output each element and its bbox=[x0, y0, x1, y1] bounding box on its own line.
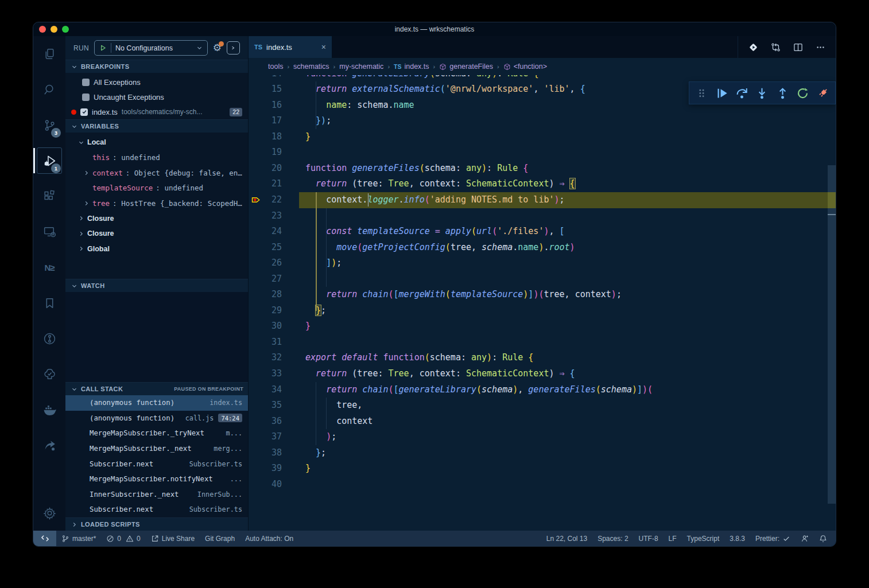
breakpoints-section-header[interactable]: BREAKPOINTS bbox=[65, 60, 248, 73]
breadcrumb-item[interactable]: my-schematic bbox=[339, 63, 383, 71]
breakpoint-row[interactable]: All Exceptions bbox=[65, 75, 248, 89]
breadcrumb-item[interactable]: TSindex.ts bbox=[394, 63, 429, 71]
activity-bar-item-docker[interactable] bbox=[33, 392, 65, 427]
call-stack-frame[interactable]: MergeMapSubscriber._next merg... bbox=[65, 441, 248, 457]
step-out-button[interactable] bbox=[774, 84, 791, 102]
run-or-debug-icon[interactable] bbox=[748, 42, 758, 52]
breakpoint-row[interactable]: index.tstools/schematics/my-sch...22 bbox=[65, 104, 248, 119]
variable-row[interactable]: this: undefined bbox=[65, 150, 248, 166]
loaded-scripts-section-header[interactable]: LOADED SCRIPTS bbox=[65, 517, 248, 531]
debug-current-line-breakpoint-icon[interactable] bbox=[249, 192, 263, 208]
breadcrumb-item[interactable]: <function> bbox=[503, 63, 547, 71]
code-line[interactable]: 38 }; bbox=[249, 445, 836, 461]
scrollbar-slider[interactable] bbox=[828, 165, 836, 504]
code-line[interactable]: 39} bbox=[249, 461, 836, 477]
status-problems[interactable]: 00 bbox=[101, 535, 145, 543]
status-language-mode[interactable]: TypeScript bbox=[682, 535, 725, 543]
breakpoint-row[interactable]: Uncaught Exceptions bbox=[65, 89, 248, 104]
code-line[interactable]: 40 bbox=[249, 477, 836, 493]
checkbox[interactable] bbox=[82, 94, 90, 101]
code-editor[interactable]: tools›schematics›my-schematic›TSindex.ts… bbox=[249, 58, 836, 531]
activity-bar-item-bookmarks[interactable] bbox=[33, 285, 65, 321]
gripper-button[interactable] bbox=[693, 84, 710, 102]
more-actions-icon[interactable] bbox=[816, 42, 825, 52]
activity-bar-item-live-share[interactable] bbox=[33, 427, 65, 463]
activity-bar-item-search[interactable] bbox=[33, 72, 65, 107]
code-line[interactable]: 28 return chain([mergeWith(templateSourc… bbox=[249, 287, 836, 303]
breadcrumb-item[interactable]: generateFiles bbox=[439, 63, 493, 71]
activity-bar-item-run-debug[interactable]: 1 bbox=[33, 143, 65, 178]
code-line[interactable]: 35 tree, bbox=[249, 398, 836, 414]
status-git-graph[interactable]: Git Graph bbox=[200, 535, 240, 543]
variable-row[interactable]: Closure bbox=[65, 211, 248, 227]
breadcrumb-item[interactable]: schematics bbox=[293, 63, 329, 71]
code-line[interactable]: 25 move(getProjectConfig(tree, schema.na… bbox=[249, 240, 836, 256]
step-into-button[interactable] bbox=[754, 84, 771, 102]
code-line[interactable]: 33 return (tree: Tree, context: Schemati… bbox=[249, 366, 836, 382]
code-line[interactable]: 19 bbox=[249, 145, 836, 161]
variable-row[interactable]: Local bbox=[65, 135, 248, 150]
status-live-share[interactable]: Live Share bbox=[146, 535, 200, 543]
code-line[interactable]: 36 context bbox=[249, 414, 836, 430]
step-over-button[interactable] bbox=[734, 84, 751, 102]
call-stack-frame[interactable]: MergeMapSubscriber._tryNext m... bbox=[65, 426, 248, 441]
launch-configuration-dropdown[interactable]: No Configurations bbox=[94, 40, 208, 56]
code-line[interactable]: 30} bbox=[249, 318, 836, 334]
checkbox[interactable] bbox=[80, 108, 88, 116]
continue-button[interactable] bbox=[713, 84, 730, 102]
code-line[interactable]: 27 bbox=[249, 271, 836, 287]
activity-bar-item-gitlens[interactable] bbox=[33, 321, 65, 356]
code-line[interactable]: 20function generateFiles(schema: any): R… bbox=[249, 161, 836, 177]
status-prettier[interactable]: Prettier: bbox=[750, 535, 796, 543]
code-line[interactable]: 23 bbox=[249, 208, 836, 224]
activity-bar-item-explorer[interactable] bbox=[33, 36, 65, 72]
call-stack-section-header[interactable]: CALL STACK PAUSED ON BREAKPOINT bbox=[65, 382, 248, 395]
breadcrumb[interactable]: tools›schematics›my-schematic›TSindex.ts… bbox=[249, 58, 836, 75]
checkbox[interactable] bbox=[82, 79, 90, 86]
status-indentation[interactable]: Spaces: 2 bbox=[592, 535, 633, 543]
status-auto-attach[interactable]: Auto Attach: On bbox=[240, 535, 298, 543]
variable-row[interactable]: context: Object {debug: false, en… bbox=[65, 165, 248, 181]
status-encoding[interactable]: UTF-8 bbox=[634, 535, 664, 543]
code-line[interactable]: 21 return (tree: Tree, context: Schemati… bbox=[249, 176, 836, 192]
activity-bar-item-nx-console[interactable]: N≥ bbox=[33, 250, 65, 285]
call-stack-frame[interactable]: MergeMapSubscriber.notifyNext ... bbox=[65, 472, 248, 487]
activity-bar-item-testing[interactable] bbox=[33, 356, 65, 392]
variables-section-header[interactable]: VARIABLES bbox=[65, 119, 248, 133]
code-line[interactable]: 34 return chain([generateLibrary(schema)… bbox=[249, 382, 836, 398]
activity-bar-item-extensions[interactable] bbox=[33, 178, 65, 214]
status-git-branch[interactable]: master* bbox=[56, 535, 101, 543]
call-stack-frame[interactable]: Subscriber.next Subscriber.ts bbox=[65, 502, 248, 517]
code-line[interactable]: 17 }); bbox=[249, 113, 836, 129]
close-tab-icon[interactable]: × bbox=[321, 42, 326, 52]
activity-bar-item-remote-explorer[interactable] bbox=[33, 214, 65, 250]
debug-settings-button[interactable]: ⚙ bbox=[213, 43, 222, 53]
code-line[interactable]: 37 ); bbox=[249, 429, 836, 445]
call-stack-frame[interactable]: InnerSubscriber._next InnerSub... bbox=[65, 487, 248, 503]
tab-index-ts[interactable]: TS index.ts × bbox=[249, 36, 332, 58]
variable-row[interactable]: templateSource: undefined bbox=[65, 181, 248, 196]
code-line[interactable]: 22 context.logger.info('adding NOTES.md … bbox=[249, 192, 836, 208]
open-changes-icon[interactable] bbox=[771, 42, 781, 52]
variable-row[interactable]: Closure bbox=[65, 226, 248, 242]
watch-section-header[interactable]: WATCH bbox=[65, 279, 248, 292]
code-line[interactable]: 24 const templateSource = apply(url('./f… bbox=[249, 224, 836, 240]
restart-button[interactable] bbox=[794, 84, 812, 102]
call-stack-frame[interactable]: Subscriber.next Subscriber.ts bbox=[65, 456, 248, 472]
debug-console-button[interactable] bbox=[227, 41, 240, 54]
status-notifications[interactable] bbox=[814, 535, 832, 543]
status-ts-version[interactable]: 3.8.3 bbox=[724, 535, 750, 543]
variable-row[interactable]: Global bbox=[65, 242, 248, 257]
breadcrumb-item[interactable]: tools bbox=[268, 63, 283, 71]
code-line[interactable]: 31 bbox=[249, 334, 836, 351]
activity-bar-item-settings-gear[interactable] bbox=[33, 495, 65, 531]
editor-scrollbar[interactable] bbox=[828, 58, 836, 531]
status-cursor-position[interactable]: Ln 22, Col 13 bbox=[541, 535, 592, 543]
code-line[interactable]: 26 ]); bbox=[249, 255, 836, 271]
remote-indicator[interactable] bbox=[33, 531, 56, 546]
call-stack-frame[interactable]: (anonymous function) call.js74:24 bbox=[65, 411, 248, 426]
activity-bar-item-source-control[interactable]: 3 bbox=[33, 107, 65, 143]
status-eol[interactable]: LF bbox=[664, 535, 682, 543]
split-editor-icon[interactable] bbox=[793, 42, 803, 52]
disconnect-button[interactable] bbox=[814, 84, 832, 102]
